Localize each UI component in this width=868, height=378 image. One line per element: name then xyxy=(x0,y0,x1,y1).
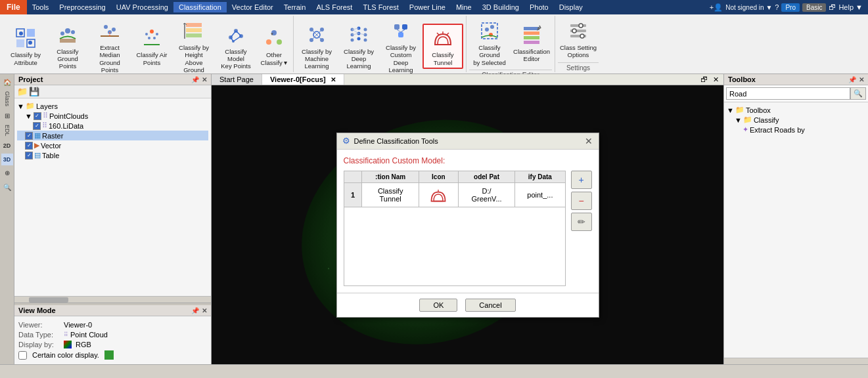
scrollbar-thumb-h[interactable] xyxy=(29,297,68,303)
other-classify-button[interactable]: ▼ OtherClassify ▾ xyxy=(258,24,290,68)
cell-model-1: D:/GreenV... xyxy=(458,182,514,207)
tree-expand-layers[interactable]: ▼ xyxy=(17,102,24,110)
tree-lidata[interactable]: ✓ ⠿ 160.LiData xyxy=(17,121,208,131)
checkbox-table[interactable]: ✓ xyxy=(25,152,33,159)
tab-viewer-0[interactable]: Viewer-0[Focus] ✕ xyxy=(262,74,344,85)
project-scrollbar-h[interactable] xyxy=(14,296,211,303)
tree-layers[interactable]: ▼ 📁 Layers xyxy=(17,101,208,111)
menu-tools[interactable]: Tools xyxy=(27,2,55,12)
classify-attr-icon xyxy=(14,26,37,50)
menu-classification[interactable]: Classification xyxy=(173,2,227,12)
dialog-footer: OK Cancel xyxy=(337,293,599,317)
sidebar-2d-label[interactable]: 2D xyxy=(1,139,14,152)
toolbox-close-icon[interactable]: ✕ xyxy=(859,76,864,83)
dialog-close-x[interactable]: ✕ xyxy=(585,136,593,146)
panel-pin-icon[interactable]: 📌 xyxy=(191,76,199,83)
tree-raster[interactable]: ✓ ▦ Raster xyxy=(17,131,208,140)
tree-toolbox-root[interactable]: ▼ 📁 Toolbox xyxy=(727,105,865,115)
svg-line-59 xyxy=(447,33,449,35)
tree-vector[interactable]: ✓ ▶ Vector xyxy=(17,140,208,150)
toolbox-search-input[interactable] xyxy=(726,87,850,100)
sidebar-3d-label[interactable]: 3D xyxy=(1,154,13,165)
close-tab-icon[interactable]: ✕ xyxy=(331,76,336,83)
view-close-icon[interactable]: ✕ xyxy=(202,307,207,314)
panel-close-icon[interactable]: ✕ xyxy=(202,76,207,83)
help-menu[interactable]: Help ▼ xyxy=(838,3,863,11)
classify-by-attribute-button[interactable]: Classify byAttribute xyxy=(5,24,46,68)
checkbox-pointclouds[interactable]: ✓ xyxy=(34,112,41,120)
add-user-icon[interactable]: +👤 xyxy=(710,3,723,12)
viewer-restore-icon[interactable]: 🗗 xyxy=(698,75,710,83)
sidebar-search-icon[interactable]: 🔍 xyxy=(1,181,14,194)
tab-start-page[interactable]: Start Page xyxy=(212,74,262,85)
sidebar-home-icon[interactable]: 🏠 xyxy=(1,75,14,89)
viewer-close-icon[interactable]: ✕ xyxy=(711,75,721,84)
classify-tunnel-button[interactable]: ClassifyTunnel xyxy=(423,24,463,69)
classify-height-button[interactable]: Classify by HeightAbove Ground xyxy=(173,17,214,76)
sidebar-edl-label[interactable]: EDL xyxy=(3,123,12,138)
classify-deep-button[interactable]: Classify by DeepLearning xyxy=(338,21,379,72)
svg-point-62 xyxy=(490,25,494,29)
menu-3dbuilding[interactable]: 3D Building xyxy=(477,2,524,12)
toolbox-tree-scroll[interactable]: ▼ 📁 Toolbox ▼ 📁 Classify ✦ Extract Roads… xyxy=(724,102,868,358)
viewer-tabs: Start Page Viewer-0[Focus] ✕ 🗗 ✕ xyxy=(212,74,723,85)
not-signed-in[interactable]: Not signed in ▼ xyxy=(725,4,772,11)
tree-expand-pc[interactable]: ▼ xyxy=(25,112,32,120)
table-row[interactable]: 1 ClassifyTunnel xyxy=(344,182,565,207)
sidebar-glass-label[interactable]: Glass xyxy=(3,90,12,108)
menu-preprocessing[interactable]: Preprocessing xyxy=(54,2,110,12)
toolbox-search-button[interactable]: 🔍 xyxy=(850,87,866,100)
certain-color-row[interactable]: Certain color display. xyxy=(18,350,207,360)
remove-row-button[interactable]: − xyxy=(571,192,592,210)
file-menu[interactable]: File xyxy=(0,0,27,14)
edit-row-button[interactable]: ✏ xyxy=(571,213,592,231)
expand-toolbox-icon[interactable]: ▼ xyxy=(727,106,734,114)
tree-table[interactable]: ✓ ▤ Table xyxy=(17,150,208,160)
extract-median-button[interactable]: Extract MedianGround Points xyxy=(89,17,130,76)
classify-model-button[interactable]: Classify ModelKey Points xyxy=(216,21,256,72)
classification-editor-button[interactable]: ClassificationEditor xyxy=(511,21,552,65)
menu-mine[interactable]: Mine xyxy=(451,2,477,12)
expand-classify-icon[interactable]: ▼ xyxy=(735,116,742,124)
window-icon[interactable]: 🗗 xyxy=(829,3,836,11)
project-open-icon[interactable]: 📁 xyxy=(17,87,28,96)
viewer-value: Viewer-0 xyxy=(64,321,92,329)
menu-uav[interactable]: UAV Processing xyxy=(111,2,173,12)
toolbox-scrollbar[interactable] xyxy=(724,358,868,364)
menu-als[interactable]: ALS Forest xyxy=(311,2,357,12)
menu-terrain[interactable]: Terrain xyxy=(279,2,311,12)
ok-button[interactable]: OK xyxy=(419,299,457,312)
project-save-icon[interactable]: 💾 xyxy=(29,87,39,96)
sidebar-layers-icon[interactable]: ⊞ xyxy=(1,109,14,122)
classify-custom-button[interactable]: Classify by CustomDeep Learning xyxy=(380,17,421,76)
add-row-button[interactable]: + xyxy=(571,171,592,189)
tree-classify-folder[interactable]: ▼ 📁 Classify xyxy=(727,115,865,125)
cancel-button[interactable]: Cancel xyxy=(465,299,515,312)
checkbox-raster[interactable]: ✓ xyxy=(25,132,33,140)
svg-rect-54 xyxy=(398,32,403,37)
col-data: ify Data xyxy=(515,171,565,182)
toolbox-pin-icon[interactable]: 📌 xyxy=(848,76,856,83)
menu-vector[interactable]: Vector Editor xyxy=(227,2,279,12)
menu-display[interactable]: Display xyxy=(554,2,588,12)
svg-line-37 xyxy=(311,35,317,40)
tree-extract-roads[interactable]: ✦ Extract Roads by xyxy=(727,125,865,135)
project-tree-scroll[interactable]: ▼ 📁 Layers ▼ ✓ ⠿ PointClouds ✓ ⠿ 160.LiD… xyxy=(14,98,211,296)
ribbon-group-settings: Class SettingOptions Settings xyxy=(555,16,601,72)
classify-ml-button[interactable]: Classify by MachineLearning xyxy=(296,21,337,72)
certain-color-checkbox[interactable] xyxy=(18,351,27,360)
menu-tls[interactable]: TLS Forest xyxy=(357,2,403,12)
sidebar-expand-icon[interactable]: ⊕ xyxy=(1,167,14,180)
classify-model-icon xyxy=(224,23,248,47)
class-settings-button[interactable]: Class SettingOptions xyxy=(558,17,599,61)
checkbox-vector[interactable]: ✓ xyxy=(25,142,33,150)
classify-ground-button[interactable]: Classify GroundPoints xyxy=(47,21,88,72)
classify-selected-button[interactable]: Classify Groundby Selected xyxy=(469,17,510,68)
tree-pointclouds[interactable]: ▼ ✓ ⠿ PointClouds xyxy=(17,111,208,121)
view-pin-icon[interactable]: 📌 xyxy=(191,307,199,314)
menu-powerline[interactable]: Power Line xyxy=(404,2,451,12)
help-icon[interactable]: ? xyxy=(775,3,779,11)
menu-photo[interactable]: Photo xyxy=(524,2,554,12)
classify-air-button[interactable]: Classify AirPoints xyxy=(131,24,172,68)
checkbox-lidata[interactable]: ✓ xyxy=(33,122,41,130)
